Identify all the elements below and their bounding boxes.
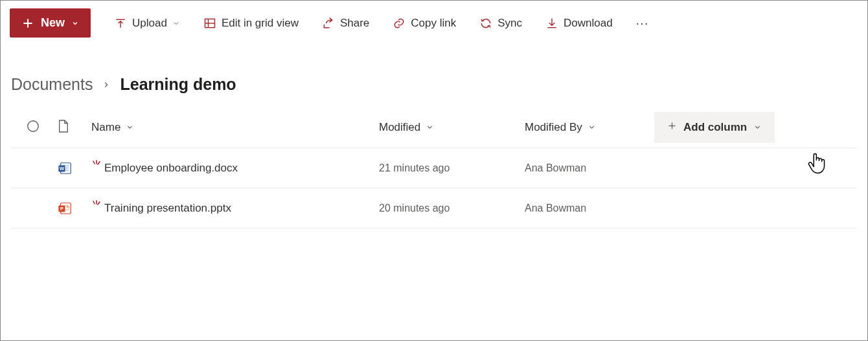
chevron-down-icon bbox=[753, 123, 762, 131]
share-button[interactable]: Share bbox=[313, 10, 378, 36]
svg-point-12 bbox=[28, 120, 39, 131]
link-icon bbox=[393, 17, 405, 30]
svg-line-24 bbox=[98, 162, 100, 164]
new-button[interactable]: New bbox=[10, 8, 91, 38]
svg-point-9 bbox=[637, 23, 638, 25]
file-modified-by: Ana Bowman bbox=[525, 162, 586, 173]
new-item-indicator-icon bbox=[91, 160, 100, 169]
chevron-down-icon bbox=[426, 123, 434, 131]
table-row[interactable]: P Training presentation.pptx 20 minutes … bbox=[11, 188, 857, 228]
file-modified: 20 minutes ago bbox=[379, 203, 450, 214]
plus-icon bbox=[667, 121, 677, 134]
plus-icon bbox=[21, 17, 34, 30]
toolbar: New Upload Edit in grid view bbox=[1, 1, 867, 45]
powerpoint-file-icon: P bbox=[58, 201, 72, 215]
upload-label: Upload bbox=[132, 17, 167, 30]
column-header-modified-label: Modified bbox=[379, 121, 420, 134]
share-icon bbox=[322, 17, 335, 30]
file-table: Name Modified Modified By bbox=[1, 107, 867, 228]
svg-text:W: W bbox=[60, 166, 64, 171]
file-type-icon[interactable] bbox=[58, 119, 69, 136]
download-button[interactable]: Download bbox=[536, 10, 622, 36]
column-header-modified-by-label: Modified By bbox=[525, 121, 582, 134]
file-modified-by: Ana Bowman bbox=[525, 203, 586, 214]
copy-link-label: Copy link bbox=[411, 17, 456, 30]
ellipsis-icon bbox=[636, 18, 648, 28]
sync-icon bbox=[479, 17, 492, 30]
table-header-row: Name Modified Modified By bbox=[11, 107, 857, 148]
column-header-name[interactable]: Name bbox=[91, 121, 134, 134]
chevron-down-icon bbox=[71, 19, 79, 27]
svg-text:P: P bbox=[60, 206, 63, 212]
more-actions-button[interactable] bbox=[627, 12, 657, 34]
file-name[interactable]: Employee onboarding.docx bbox=[104, 162, 238, 175]
breadcrumb: Documents Learning demo bbox=[1, 45, 867, 107]
edit-grid-label: Edit in grid view bbox=[222, 17, 299, 30]
svg-point-11 bbox=[645, 23, 646, 25]
new-item-indicator-icon bbox=[91, 200, 100, 209]
select-all-circle-icon[interactable] bbox=[26, 119, 40, 136]
svg-line-22 bbox=[93, 161, 95, 164]
edit-grid-button[interactable]: Edit in grid view bbox=[194, 10, 308, 36]
upload-icon bbox=[114, 17, 127, 30]
add-column-button[interactable]: Add column bbox=[654, 112, 775, 143]
svg-line-31 bbox=[98, 202, 100, 204]
sync-label: Sync bbox=[497, 17, 522, 30]
file-name[interactable]: Training presentation.pptx bbox=[104, 202, 231, 215]
sync-button[interactable]: Sync bbox=[470, 10, 531, 36]
share-label: Share bbox=[340, 17, 369, 30]
chevron-down-icon bbox=[172, 19, 180, 27]
word-file-icon: W bbox=[58, 161, 72, 175]
table-row[interactable]: W Employee onboarding.docx 21 minutes ag… bbox=[11, 148, 857, 188]
chevron-down-icon bbox=[126, 123, 134, 131]
copy-link-button[interactable]: Copy link bbox=[383, 10, 465, 36]
file-modified: 21 minutes ago bbox=[379, 162, 450, 173]
column-header-modified-by[interactable]: Modified By bbox=[525, 121, 596, 134]
chevron-right-icon bbox=[102, 80, 111, 89]
download-icon bbox=[545, 17, 558, 30]
breadcrumb-root[interactable]: Documents bbox=[11, 75, 93, 94]
breadcrumb-current: Learning demo bbox=[120, 75, 236, 94]
svg-point-10 bbox=[641, 23, 642, 25]
chevron-down-icon bbox=[588, 123, 596, 131]
svg-line-29 bbox=[93, 201, 95, 204]
column-header-name-label: Name bbox=[91, 121, 120, 134]
add-column-label: Add column bbox=[683, 121, 747, 134]
download-label: Download bbox=[564, 17, 613, 30]
upload-button[interactable]: Upload bbox=[105, 10, 189, 36]
new-button-label: New bbox=[41, 16, 65, 30]
column-header-modified[interactable]: Modified bbox=[379, 121, 434, 134]
grid-icon bbox=[203, 17, 216, 30]
